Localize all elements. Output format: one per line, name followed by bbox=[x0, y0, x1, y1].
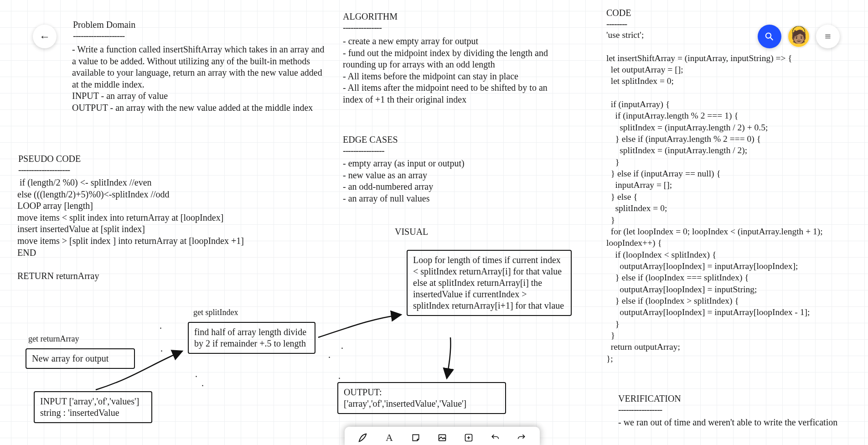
verification-rule: ----------------- bbox=[618, 404, 662, 416]
add-tool-icon[interactable] bbox=[462, 431, 475, 444]
back-icon: ← bbox=[39, 31, 50, 43]
dot: . bbox=[160, 343, 163, 355]
pen-tool-icon[interactable] bbox=[356, 431, 369, 444]
problem-domain-rule: -------------------- bbox=[73, 30, 124, 42]
code-title: CODE bbox=[606, 7, 631, 19]
image-tool-icon[interactable] bbox=[436, 431, 449, 444]
box-output[interactable]: OUTPUT: ['array','of','insertedValue','V… bbox=[337, 382, 506, 414]
algorithm-rule: --------------- bbox=[343, 22, 382, 34]
dot: . bbox=[341, 340, 343, 352]
box-split[interactable]: find half of array length divide by 2 if… bbox=[188, 322, 315, 354]
edge-title: EDGE CASES bbox=[343, 134, 398, 146]
dot: . bbox=[202, 378, 204, 389]
pseudo-rule: -------------------- bbox=[18, 164, 70, 176]
dot: . bbox=[328, 349, 331, 361]
problem-domain-body: - Write a function called insertShiftArr… bbox=[72, 44, 327, 114]
get-return-label: get returnArray bbox=[28, 334, 79, 344]
box-input[interactable]: INPUT ['array','of','values'] string : '… bbox=[34, 391, 152, 423]
edge-body: - empty array (as input or output) - new… bbox=[343, 158, 553, 204]
text-tool-icon[interactable]: A bbox=[383, 431, 396, 444]
undo-icon[interactable] bbox=[489, 431, 501, 444]
problem-domain-title: Problem Domain bbox=[73, 19, 135, 31]
visual-title: VISUAL bbox=[395, 226, 428, 238]
pseudo-body: if (length/2 %0) <- splitIndex //even el… bbox=[17, 177, 309, 282]
pseudo-title: PSEUDO CODE bbox=[18, 153, 81, 165]
box-new-array[interactable]: New array for output bbox=[26, 348, 135, 369]
code-rule: -------- bbox=[606, 18, 627, 30]
redo-icon[interactable] bbox=[515, 431, 528, 444]
sticky-tool-icon[interactable] bbox=[409, 431, 422, 444]
dot: . bbox=[160, 320, 162, 332]
code-body: 'use strict'; let insertShiftArray = (in… bbox=[606, 29, 866, 364]
back-button[interactable]: ← bbox=[33, 25, 57, 48]
whiteboard-canvas[interactable]: ← ⚲ 🧑🏽 ≡ Problem Domain ----------------… bbox=[0, 0, 868, 445]
algorithm-title: ALGORITHM bbox=[343, 11, 398, 23]
box-loop[interactable]: Loop for length of times if current inde… bbox=[407, 250, 572, 316]
verification-title: VERIFICATION bbox=[618, 393, 681, 405]
dot: . bbox=[338, 370, 341, 382]
verification-body: - we ran out of time and weren't able to… bbox=[618, 417, 851, 429]
drawing-toolbar: A bbox=[345, 427, 540, 445]
edge-rule: ---------------- bbox=[343, 145, 384, 157]
algorithm-body: - create a new empty array for output - … bbox=[343, 36, 566, 106]
get-split-label: get splitIndex bbox=[193, 307, 238, 318]
dot: . bbox=[195, 368, 197, 380]
